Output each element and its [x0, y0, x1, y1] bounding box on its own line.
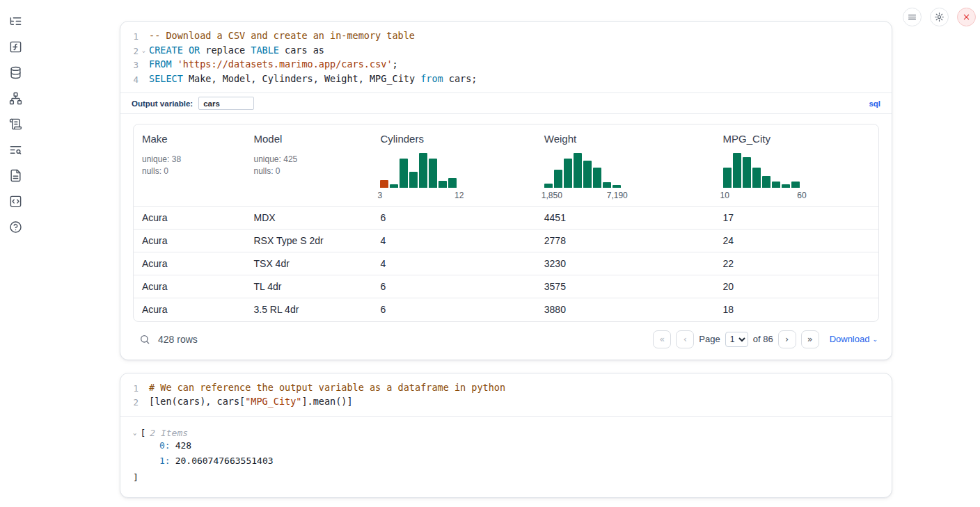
table-cell: MDX: [246, 207, 372, 230]
histogram-bar: [733, 153, 741, 188]
last-page-icon: »: [807, 334, 813, 344]
table-cell: 24: [715, 230, 878, 252]
page-label: Page: [699, 334, 720, 344]
notebook: 1-- Download a CSV and create an in-memo…: [120, 0, 892, 498]
column-header[interactable]: Makeunique: 38nulls: 0: [134, 124, 246, 207]
histogram-bar: [574, 153, 582, 188]
histogram-bar: [448, 178, 457, 188]
code-line: 2⌄CREATE OR replace TABLE cars as: [122, 44, 882, 58]
column-label: Model: [254, 133, 364, 145]
histogram-bar: [791, 182, 800, 188]
menu-button[interactable]: [903, 8, 922, 26]
datasources-panel-button[interactable]: [7, 65, 24, 79]
json-tree-entry: 0:428: [133, 438, 879, 454]
chevron-down-icon: ⌄: [872, 336, 878, 343]
snippets-panel-button[interactable]: [7, 194, 24, 208]
line-number: 3: [122, 58, 139, 72]
table-cell: 4451: [536, 207, 715, 230]
column-header[interactable]: MPG_City1060: [715, 124, 878, 207]
column-stats: unique: 425nulls: 0: [254, 154, 364, 177]
documentation-panel-button[interactable]: [7, 168, 24, 182]
page-select[interactable]: 1: [725, 332, 748, 347]
line-number: 2: [122, 44, 139, 58]
table-cell: 4: [372, 230, 535, 252]
histogram-bar: [554, 170, 562, 188]
sql-cell: 1-- Download a CSV and create an in-memo…: [120, 21, 892, 360]
first-page-button[interactable]: «: [653, 330, 671, 348]
json-tree-entry: 1:20.060747663551403: [133, 453, 879, 469]
json-tree-header: ⌄ [ 2 Items: [133, 428, 879, 438]
histogram-bar: [743, 157, 751, 188]
table-cell: 17: [715, 207, 878, 230]
left-panel-toolbar: [0, 0, 31, 234]
python-code-editor[interactable]: 1# We can reference the output variable …: [120, 373, 892, 416]
variables-panel-button[interactable]: [7, 40, 24, 54]
database-icon: [9, 66, 22, 79]
column-stats: unique: 38nulls: 0: [142, 154, 237, 177]
histogram-bar: [752, 168, 761, 188]
code-line: 2[len(cars), cars["MPG_City"].mean()]: [122, 395, 882, 410]
output-variable-input[interactable]: [198, 97, 254, 110]
histogram-bar: [429, 159, 437, 188]
scroll-icon: [9, 118, 22, 131]
file-text-icon: [9, 169, 22, 182]
table-cell: Acura: [134, 230, 246, 252]
table-cell: 2778: [536, 230, 715, 252]
table-search-button[interactable]: [137, 332, 152, 347]
histogram-bar: [593, 168, 601, 188]
network-icon: [9, 92, 22, 105]
table-cell: 3230: [536, 252, 715, 275]
scratchpad-panel-button[interactable]: [7, 117, 24, 131]
previous-page-button[interactable]: ‹: [676, 330, 694, 348]
sql-code-editor[interactable]: 1-- Download a CSV and create an in-memo…: [120, 22, 892, 92]
file-explorer-panel-button[interactable]: [7, 14, 24, 28]
shutdown-button[interactable]: [957, 8, 976, 26]
column-histogram: [380, 152, 457, 188]
entry-key: 0:: [159, 440, 171, 451]
pagination: « ‹ Page 1 of 86 › » Download ⌄: [653, 330, 878, 348]
gear-icon: [934, 12, 945, 22]
data-table-card: Makeunique: 38nulls: 0Modelunique: 425nu…: [133, 124, 879, 322]
table-row: AcuraTSX 4dr4323022: [134, 252, 878, 275]
column-header[interactable]: Weight1,8507,190: [536, 124, 715, 207]
next-page-icon: ›: [785, 334, 789, 344]
close-bracket: ]: [133, 471, 879, 485]
histogram-bar: [723, 168, 732, 188]
histogram-bar: [762, 176, 770, 188]
row-count: 428 rows: [158, 334, 198, 345]
help-circle-icon: [9, 220, 22, 234]
code-line: 1# We can reference the output variable …: [122, 381, 882, 396]
line-number: 1: [122, 381, 139, 396]
table-cell: 6: [372, 275, 535, 298]
table-cell: 20: [715, 275, 878, 298]
code-square-icon: [9, 195, 22, 208]
collapse-toggle-icon[interactable]: ⌄: [133, 429, 136, 436]
page-total-label: of 86: [753, 334, 773, 344]
column-label: MPG_City: [723, 133, 870, 145]
histogram-range: 1060: [720, 191, 807, 200]
download-button[interactable]: Download ⌄: [830, 334, 878, 344]
column-header[interactable]: Cylinders312: [372, 124, 535, 207]
column-histogram: [723, 152, 800, 188]
column-header[interactable]: Modelunique: 425nulls: 0: [246, 124, 372, 207]
entry-value: 20.060747663551403: [175, 456, 274, 466]
settings-button[interactable]: [930, 8, 949, 26]
histogram-bar: [390, 184, 398, 188]
entry-key: 1:: [159, 456, 171, 466]
chat-panel-button[interactable]: [7, 220, 24, 234]
logs-panel-button[interactable]: [7, 143, 24, 156]
dependencies-panel-button[interactable]: [7, 91, 24, 105]
histogram-bar: [438, 181, 447, 188]
histogram-bar: [400, 159, 408, 188]
table-cell: Acura: [134, 207, 246, 230]
column-histogram: [544, 152, 621, 188]
marimo-app: 1-- Download a CSV and create an in-memo…: [0, 0, 980, 507]
histogram-bar: [612, 185, 621, 188]
last-page-button[interactable]: »: [801, 330, 819, 348]
next-page-button[interactable]: ›: [778, 330, 796, 348]
code-line: 4SELECT Make, Model, Cylinders, Weight, …: [122, 72, 882, 87]
histogram-bar: [603, 182, 611, 188]
fold-chevron-icon[interactable]: ⌄: [139, 44, 149, 58]
table-row: AcuraRSX Type S 2dr4277824: [134, 230, 878, 252]
histogram-bar: [409, 172, 418, 188]
